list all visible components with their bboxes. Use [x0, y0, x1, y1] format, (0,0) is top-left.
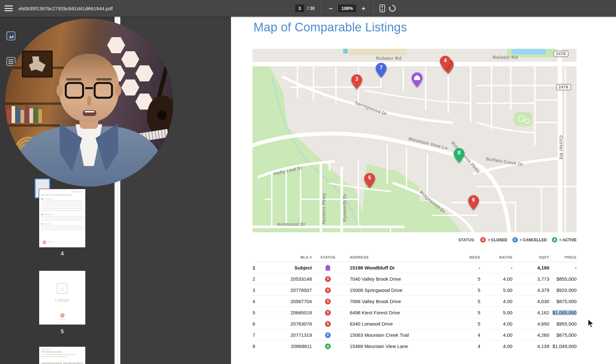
- glasses-bridge: [85, 87, 93, 89]
- zoom-level[interactable]: 108%: [338, 4, 356, 12]
- table-cell: 3: [252, 287, 262, 293]
- street-label: Kelmscot Dr: [278, 222, 305, 227]
- table-row: 1Subject15198 Woodbluff Dr--4,190-: [252, 262, 577, 273]
- status-badge: C: [512, 237, 518, 243]
- status-badge: S: [325, 321, 331, 327]
- legend-item: C= CANCELLED: [512, 237, 547, 243]
- map-pin-3: 3: [351, 74, 363, 89]
- thumb5-title: Listings: [39, 298, 85, 302]
- table-cell: 15063 Mountain Creek Trail: [344, 332, 448, 338]
- thumb4-title: Summary of Comparable Properties: [41, 194, 83, 196]
- table-header: MLS # STATUS ADDRESS BEDS BATHS SQFT PRI…: [252, 252, 577, 262]
- table-row: 320778937S15008 Springwood Drive55.004,3…: [252, 285, 577, 296]
- map-pin-4: 4: [440, 55, 451, 71]
- status-badge: S: [325, 310, 331, 316]
- rotate-icon[interactable]: [388, 4, 397, 12]
- page-total: / 30: [307, 6, 315, 11]
- agent-logo: [42, 240, 46, 244]
- page-number-input[interactable]: 3: [295, 4, 304, 12]
- page-title: Map of Comparable Listings: [253, 21, 407, 34]
- table-row: 520665018S6498 Kiest Forest Drive55.004,…: [252, 307, 577, 318]
- table-cell: 20567704: [262, 299, 312, 304]
- table-cell: 15008 Springwood Drive: [344, 287, 448, 293]
- table-cell: 5: [448, 276, 480, 282]
- table-cell: 4.00: [480, 299, 512, 304]
- thumbnails-view-icon[interactable]: [6, 31, 15, 40]
- table-cell: 20771319: [262, 332, 312, 338]
- table-cell: 6498 Kiest Forest Drive: [344, 310, 448, 315]
- ear: [115, 85, 121, 96]
- col-address: ADDRESS: [344, 255, 448, 259]
- table-cell: 5: [448, 310, 480, 315]
- comparables-map: Rolater Rd Rolater Rd Custer Rd Springwo…: [252, 49, 577, 232]
- comparables-table: MLS # STATUS ADDRESS BEDS BATHS SQFT PRI…: [252, 252, 577, 352]
- fit-to-page-icon[interactable]: [380, 4, 385, 12]
- table-cell: 4: [252, 299, 262, 304]
- eyebrow: [66, 78, 81, 80]
- legend-title: STATUS:: [458, 238, 475, 242]
- table-cell: 20763078: [262, 321, 312, 327]
- route-shield: 2478: [556, 84, 571, 90]
- table-cell: 4: [448, 343, 480, 349]
- status-cell: S: [312, 276, 344, 282]
- table-cell: 20665018: [262, 310, 312, 315]
- street-label: Ryeworth Dr: [342, 194, 347, 222]
- street-label: Hunters Pkwy: [321, 193, 326, 224]
- webcam-overlay[interactable]: [5, 19, 173, 186]
- thumbnail-page-4[interactable]: Summary of Comparable Properties: [39, 189, 85, 247]
- table-cell: 5: [448, 299, 480, 304]
- status-cell: S: [312, 320, 344, 327]
- thumbnail-page-5[interactable]: ⌂ Listings: [39, 271, 85, 325]
- pdf-viewer-window: eb0b35f1397bc2792bcb91d41d661944.pdf 3 /…: [0, 0, 616, 364]
- house-icon: ⌂: [57, 283, 68, 294]
- person-face: [59, 54, 119, 122]
- status-cell: A: [312, 343, 344, 349]
- map-pin-8: 8: [453, 148, 465, 163]
- table-cell: -: [480, 265, 512, 270]
- thumb5-page-label: 5: [39, 328, 85, 335]
- zoom-out-button[interactable]: −: [327, 5, 335, 12]
- table-cell: 20778937: [262, 287, 312, 293]
- table-cell: 4,260: [512, 332, 549, 338]
- status-badge: S: [325, 276, 331, 282]
- col-beds: BEDS: [448, 255, 480, 259]
- status-badge: A: [552, 237, 557, 243]
- map-pin-5: 5: [364, 173, 375, 188]
- table-cell: 5.00: [480, 287, 512, 293]
- table-cell: 1: [252, 265, 262, 270]
- table-cell: $875,000: [549, 299, 577, 304]
- table-cell: 8: [252, 343, 262, 349]
- legend-label: = ACTIVE: [559, 238, 577, 242]
- map-pin-6: 6: [468, 195, 479, 210]
- table-cell: $855,000: [549, 276, 577, 282]
- nose: [87, 96, 91, 106]
- agent-avatar: [60, 313, 64, 318]
- table-cell: 4.00: [480, 276, 512, 282]
- status-badge: S: [480, 237, 486, 243]
- toolbar-divider: [321, 3, 321, 14]
- table-row: 620763078S6340 Lorwood Drive54.004,650$9…: [252, 318, 577, 329]
- table-cell: $955,000: [549, 321, 577, 327]
- status-cell: S: [312, 287, 344, 293]
- menu-icon[interactable]: [4, 5, 13, 11]
- legend-item: A= ACTIVE: [552, 237, 577, 243]
- table-cell: -: [549, 265, 577, 270]
- table-cell: 3,773: [512, 276, 549, 282]
- street-label: Custer Rd: [559, 136, 564, 160]
- legend-item: S= CLOSED: [480, 237, 507, 243]
- zoom-in-button[interactable]: +: [359, 5, 368, 12]
- status-legend: STATUS: S= CLOSEDC= CANCELLEDA= ACTIVE: [252, 237, 577, 243]
- books: [7, 104, 55, 123]
- thumb6-title: 7040 Valley Brook Drive: [41, 351, 83, 353]
- toolbar-divider: [373, 3, 374, 14]
- status-cell: C: [312, 332, 344, 338]
- table-cell: -: [448, 265, 480, 270]
- ear: [56, 85, 63, 96]
- table-cell: 15198 Woodbluff Dr: [344, 265, 448, 270]
- table-row: 420567704S7068 Valley Brook Drive54.004,…: [252, 296, 577, 307]
- thumbnail-page-6[interactable]: 7040 Valley Brook Drive: [39, 347, 85, 364]
- table-cell: 2: [252, 276, 262, 282]
- glasses-icon: [94, 82, 113, 99]
- thumb6-map-images: [41, 362, 83, 364]
- status-badge: C: [325, 332, 331, 338]
